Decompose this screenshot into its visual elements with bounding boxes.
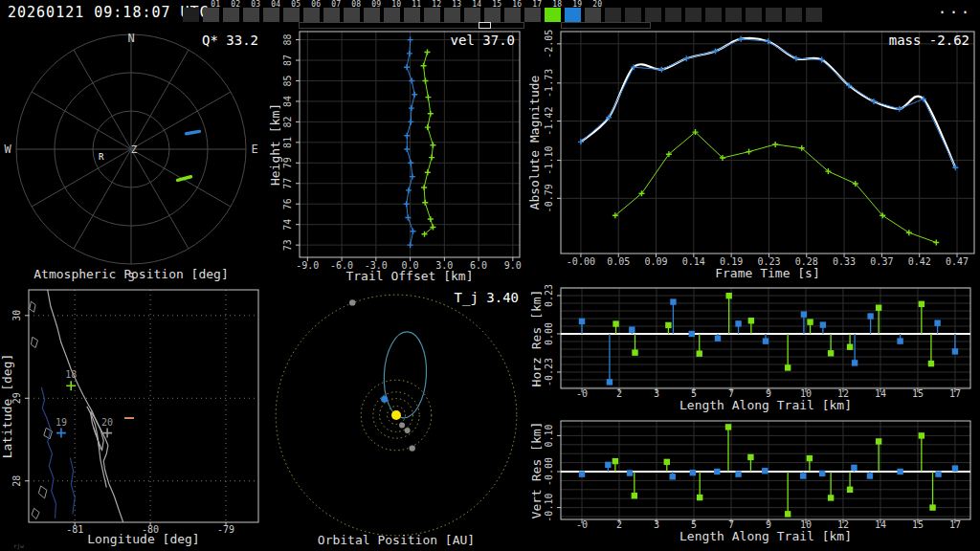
magnitude-xtick: 0.09 <box>644 256 667 267</box>
vert_res-axes: -02357910121415170.10-0.00-0.10Length Al… <box>529 421 970 543</box>
frame-thumbnail-06[interactable]: 06 <box>303 8 320 22</box>
sun-marker <box>391 410 401 420</box>
magnitude-xtick: 0.42 <box>908 256 931 267</box>
frame-thumbnail-02[interactable]: 02 <box>223 8 239 22</box>
vert_res-ytick: -0.10 <box>544 494 554 522</box>
trail_offset-axes: -9.0-6.0-3.00.03.06.09.07374767779818284… <box>268 32 522 283</box>
meteor-analysis-dashboard: 20260121 09:18:07 UTC 010203040506070809… <box>0 0 980 551</box>
magnitude-series-fit-curve <box>581 38 955 167</box>
overflow-menu-button[interactable]: ... <box>938 0 972 17</box>
ground_map-xtick: -81 <box>66 524 83 535</box>
frame-thumbnail-15[interactable]: 15 <box>484 8 501 22</box>
compass-north: N <box>127 32 134 45</box>
horz_res-ylabel: Horz Res [km] <box>529 290 544 387</box>
planet-mercury <box>399 422 405 428</box>
compass-west: W <box>4 143 11 156</box>
frame-thumbnail-19[interactable]: 19 <box>565 8 581 22</box>
magnitude-ytick: -0.79 <box>544 184 554 212</box>
panel-light-curve: -0.000.050.090.140.190.230.280.330.370.4… <box>526 27 980 283</box>
frame-thumbnail-blank[interactable] <box>806 8 822 22</box>
frame-thumbnail-blank[interactable] <box>786 8 802 22</box>
trail_offset-ytick: 82 <box>282 116 293 127</box>
frame-thumbnail-09[interactable]: 09 <box>364 8 380 22</box>
frame-number: 14 <box>472 1 481 9</box>
frame-thumbnail-16[interactable]: 16 <box>504 8 521 22</box>
horz_res-xtick: 14 <box>875 388 886 399</box>
frame-thumbnail-blank[interactable] <box>725 8 742 22</box>
vert_res-ylabel: Vert Res [km] <box>529 422 544 519</box>
magnitude-series-station-1 <box>578 36 958 171</box>
magnitude-axes: -0.000.050.090.140.190.230.280.330.370.4… <box>527 30 974 280</box>
map-marker-label: 18 <box>65 369 77 380</box>
vert_res-xtick: 15 <box>912 519 924 530</box>
ground-track-map: 181920-81-80-79302928Longitude [deg]Lati… <box>0 283 268 551</box>
frame-thumbnail-blank[interactable] <box>685 8 702 22</box>
vert_res-xtick: 3 <box>654 519 659 530</box>
frame-thumbnail-07[interactable]: 07 <box>323 8 340 22</box>
frame-number: 03 <box>251 1 260 9</box>
frame-thumbnail-08[interactable]: 08 <box>344 8 360 22</box>
magnitude-annotation: mass -2.62 <box>889 33 969 48</box>
horz_res-ytick: 0.00 <box>544 322 554 345</box>
frame-thumbnail-04[interactable]: 04 <box>263 8 279 22</box>
frame-thumbnail-blank[interactable] <box>665 8 681 22</box>
compass-east: E <box>251 143 257 156</box>
frame-thumbnail-01[interactable]: 01 <box>203 8 219 22</box>
frame-thumbnail-14[interactable]: 14 <box>464 8 480 22</box>
panel-horz-residuals: -02357910121415170.230.00-0.23Length Alo… <box>526 283 980 419</box>
magnitude-chart: -0.000.050.090.140.190.230.280.330.370.4… <box>526 27 980 283</box>
frame-thumbnail-05[interactable]: 05 <box>283 8 300 22</box>
frame-number: 08 <box>351 1 361 9</box>
radiant-marker: R <box>99 152 104 162</box>
frame-thumbnail-blank[interactable] <box>766 8 782 22</box>
trail_offset-series-station-2 <box>421 49 436 236</box>
magnitude-xtick: 0.14 <box>682 256 705 267</box>
atmospheric-annotation: Q* 33.2 <box>202 33 258 48</box>
frame-thumbnail-blank[interactable] <box>183 8 199 22</box>
ground_map-geography <box>30 290 123 522</box>
frame-thumbnail-03[interactable]: 03 <box>243 8 259 22</box>
panel-atmospheric-position: NSWEZRQ* 33.2Atmospheric Position [deg] <box>0 27 268 283</box>
frame-thumbnail-blank[interactable] <box>705 8 722 22</box>
orbit-annotation: T_j 3.40 <box>455 290 519 306</box>
map-marker-19: 19 <box>56 417 67 438</box>
frame-number: 09 <box>371 1 381 9</box>
magnitude-ytick: -1.42 <box>544 107 554 136</box>
horz_res-xtick: 3 <box>654 388 659 399</box>
map-marker-18: 18 <box>65 369 77 390</box>
frame-thumbnail-13[interactable]: 13 <box>444 8 460 22</box>
frame-thumbnail-blank[interactable] <box>746 8 762 22</box>
utc-timestamp: 20260121 09:18:07 UTC <box>8 4 210 21</box>
magnitude-xtick: 0.33 <box>833 256 856 267</box>
frame-thumbnail-18[interactable]: 18 <box>545 8 561 22</box>
map-marker-label: 20 <box>101 417 113 428</box>
atmospheric-title: Atmospheric Position [deg] <box>33 267 229 281</box>
trail_offset-ytick: 77 <box>282 178 293 189</box>
vert_res-ytick: 0.10 <box>544 424 554 447</box>
trail_offset-ytick: 85 <box>282 75 293 86</box>
frame-thumbnail-11[interactable]: 11 <box>404 8 420 22</box>
orbital-position-chart: T_j 3.40Orbital Position [AU] <box>268 283 526 551</box>
vert_res-xtick: -0 <box>576 519 588 530</box>
vertical-residuals-chart: -02357910121415170.10-0.00-0.10Length Al… <box>526 419 980 551</box>
frame-thumbnail-17[interactable]: 17 <box>524 8 541 22</box>
frame-thumbnail-20[interactable]: 20 <box>585 8 601 22</box>
frame-number: 07 <box>331 1 341 9</box>
frame-thumbnail-10[interactable]: 10 <box>384 8 400 22</box>
orbit-title: Orbital Position [AU] <box>318 533 475 547</box>
planet-mars <box>409 445 414 451</box>
panel-ground-map: 181920-81-80-79302928Longitude [deg]Lati… <box>0 283 268 551</box>
meteoroid-orbit-ellipse <box>382 331 429 419</box>
vert_res-title: Length Along Trail [km] <box>679 529 852 543</box>
horz_res-xtick: 17 <box>949 388 961 399</box>
frame-thumbnail-blank[interactable] <box>645 8 661 22</box>
vert_res-series-station-2 <box>612 424 936 517</box>
vert_res-xtick: 2 <box>616 519 622 530</box>
horz_res-xtick: -0 <box>576 388 588 399</box>
trail-offset-chart: -9.0-6.0-3.00.03.06.09.07374767779818284… <box>268 27 526 283</box>
frame-thumbnail-blank[interactable] <box>605 8 621 22</box>
frame-thumbnail-12[interactable]: 12 <box>424 8 440 22</box>
trail_offset-ytick: 79 <box>282 157 293 168</box>
atmospheric-position-chart: NSWEZRQ* 33.2Atmospheric Position [deg] <box>0 27 268 283</box>
frame-thumbnail-blank[interactable] <box>625 8 641 22</box>
